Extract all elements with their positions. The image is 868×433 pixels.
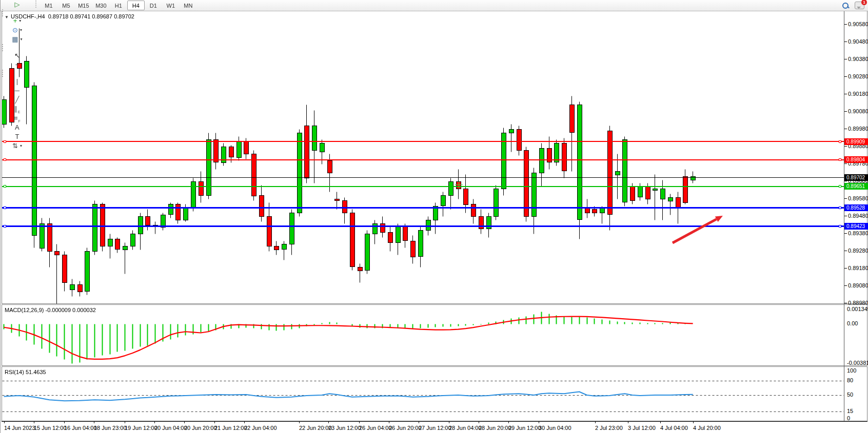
time-tick-label: 4 Jul 04:00 [660, 425, 688, 431]
crosshair-button[interactable]: + [1, 60, 33, 70]
text-button[interactable]: A [1, 123, 33, 132]
price-level-badge: 0.89909 [844, 138, 868, 145]
current-price-line[interactable] [2, 177, 844, 178]
line-handle[interactable] [4, 158, 6, 161]
chevron-down-icon[interactable]: ▾ [21, 37, 23, 42]
indicators-icon: + [13, 17, 17, 24]
chart-shift-icon: ▷ [14, 1, 19, 8]
price-tick-label: 0.89480 [848, 213, 868, 219]
chart-shift-button[interactable]: ▷ [1, 0, 33, 9]
horizontal-line-button[interactable]: ─ [1, 86, 33, 95]
line-handle[interactable] [4, 207, 6, 209]
fibonacci-icon-sub: F [18, 119, 21, 123]
price-tick-label: 0.90580 [848, 21, 868, 27]
equidistant-channel-icon: ∥ [14, 106, 17, 112]
equidistant-channel-button[interactable]: ∥E [1, 105, 33, 114]
time-tick-label: 2 Jul 23:00 [595, 425, 623, 431]
crosshair-marker [455, 181, 463, 189]
toolbar-separator [35, 1, 38, 8]
horizontal-level-line[interactable] [2, 159, 844, 160]
price-tick-label: 0.89380 [848, 230, 868, 236]
chat-icon[interactable]: 1 [855, 2, 864, 9]
search-icon[interactable] [841, 2, 850, 10]
fibonacci-button[interactable]: ≡F [1, 114, 33, 123]
line-handle[interactable] [4, 185, 6, 188]
main-toolbar: 新订单◆●●自动交易⫴~⊕⊖⊞▶▷+▾⊙▾▦▾↖+|─╱∥E≡FAT⇅▾ M1M… [1, 0, 868, 11]
trendline-icon: ╱ [15, 96, 19, 103]
rsi-level-label: 0 [847, 415, 850, 421]
cursor-button[interactable]: ↖ [1, 51, 33, 60]
time-tick-label: 27 Jun 12:00 [419, 425, 451, 431]
rsi-chart[interactable] [2, 367, 844, 421]
time-tick-label: 23 Jun 12:00 [328, 425, 361, 431]
toolbar-separator [2, 70, 3, 77]
time-tick-label: 26 Jun 04:00 [359, 425, 392, 431]
timeframe-M5-button[interactable]: M5 [57, 1, 75, 10]
ohlc-values: 0.89718 0.89741 0.89687 0.89702 [48, 13, 134, 19]
price-tick-label: 0.89280 [848, 248, 868, 254]
templates-button[interactable]: ▦▾ [1, 35, 33, 44]
horizontal-level-line[interactable] [2, 141, 844, 142]
timeframe-M30-button[interactable]: M30 [92, 1, 110, 10]
cursor-icon: ↖ [14, 52, 20, 59]
macd-chart[interactable] [2, 305, 844, 365]
chat-badge: 1 [861, 0, 867, 5]
time-tick-label: 28 Jun 04:00 [449, 425, 482, 431]
chevron-down-icon[interactable]: ▾ [19, 18, 21, 23]
line-handle[interactable] [839, 185, 841, 188]
timeframe-M15-button[interactable]: M15 [75, 1, 92, 10]
timeframe-M1-button[interactable]: M1 [40, 1, 57, 10]
time-axis[interactable]: 14 Jun 202315 Jun 12:0016 Jun 04:0018 Ju… [2, 421, 867, 433]
toolbar-groups: 新订单◆●●自动交易⫴~⊕⊖⊞▶▷+▾⊙▾▦▾↖+|─╱∥E≡FAT⇅▾ [1, 0, 34, 151]
toolbar-separator [2, 44, 3, 51]
rsi-level-label: 80 [847, 377, 853, 383]
arrows-objects-button[interactable]: ⇅▾ [1, 141, 33, 151]
timeframe-H4-button[interactable]: H4 [127, 1, 145, 10]
timeframe-W1-button[interactable]: W1 [162, 1, 180, 10]
time-tick-label: 20 Jun 20:00 [184, 425, 217, 431]
price-axis-divider [844, 11, 844, 421]
chevron-down-icon[interactable]: ▾ [20, 28, 22, 32]
line-handle[interactable] [839, 158, 841, 161]
periods-icon: ⊙ [12, 27, 18, 33]
line-handle[interactable] [839, 225, 841, 228]
price-level-badge: 0.89423 [844, 223, 868, 230]
price-tick-label: 0.89580 [848, 195, 868, 201]
equidistant-channel-icon-sub: E [18, 110, 21, 114]
line-handle[interactable] [839, 140, 841, 143]
horizontal-level-line[interactable] [2, 207, 844, 209]
time-tick-label: 29 Jun 12:00 [508, 425, 541, 431]
vertical-line-button[interactable]: | [1, 77, 33, 86]
price-tick-label: 0.89080 [848, 282, 868, 288]
time-tick-label: 26 Jun 20:00 [389, 425, 422, 431]
terminal-window: 新订单◆●●自动交易⫴~⊕⊖⊞▶▷+▾⊙▾▦▾↖+|─╱∥E≡FAT⇅▾ M1M… [0, 0, 868, 433]
vertical-line-icon: | [16, 78, 18, 85]
periods-button[interactable]: ⊙▾ [1, 26, 33, 35]
line-handle[interactable] [839, 207, 841, 209]
text-label-button[interactable]: T [1, 132, 33, 141]
line-handle[interactable] [4, 225, 6, 228]
chevron-down-icon[interactable]: ▾ [20, 143, 22, 148]
text-icon: A [15, 124, 19, 131]
timeframe-H1-button[interactable]: H1 [110, 1, 127, 10]
time-tick-label: 3 Jul 12:00 [628, 425, 656, 431]
price-tick-label: 0.90180 [848, 91, 868, 97]
horizontal-level-line[interactable] [2, 186, 844, 187]
indicators-button[interactable]: +▾ [1, 16, 33, 26]
time-tick-label: 28 Jun 20:00 [479, 425, 511, 431]
toolbar-right: 1 [841, 2, 864, 10]
price-tick-label: 0.90380 [848, 56, 868, 62]
time-tick-label: 22 Jun 20:00 [299, 425, 332, 431]
timeframe-D1-button[interactable]: D1 [145, 1, 162, 10]
price-level-badge: 0.89528 [844, 204, 868, 211]
trend-arrow[interactable] [668, 211, 729, 249]
timeframe-MN-button[interactable]: MN [180, 1, 197, 10]
rsi-label: RSI(14) 51.4635 [5, 369, 46, 375]
time-tick-label: 18 Jun 23:00 [94, 425, 127, 431]
trendline-button[interactable]: ╱ [1, 95, 33, 105]
macd-tick-label: 0.00 [847, 320, 858, 326]
candlestick-chart[interactable] [2, 11, 844, 304]
rsi-level-label: 50 [847, 391, 853, 398]
time-tick-label: 21 Jun 12:00 [214, 425, 247, 431]
price-level-badge: 0.89651 [844, 183, 868, 190]
